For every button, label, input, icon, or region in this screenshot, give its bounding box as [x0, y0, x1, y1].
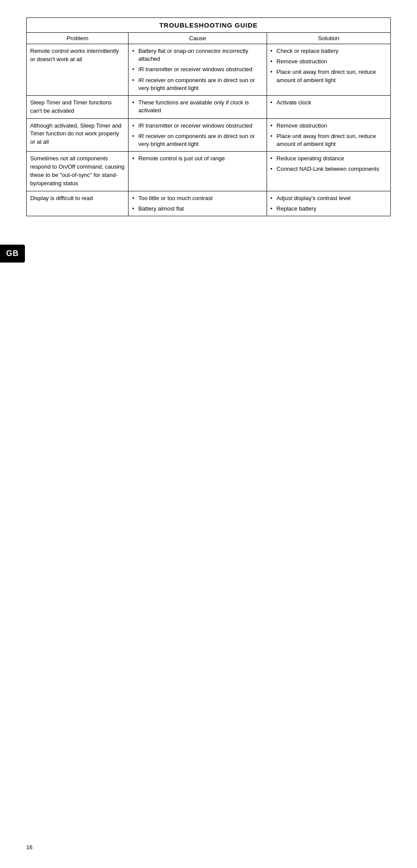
- list-item: •Battery almost flat: [132, 205, 263, 213]
- bullet-icon: •: [132, 205, 138, 213]
- list-item: •Remove obstruction: [271, 122, 387, 130]
- list-item: •IR receiver on components are in direct…: [132, 76, 263, 92]
- bullet-icon: •: [132, 47, 138, 55]
- bullet-icon: •: [271, 132, 277, 140]
- list-item: •Reduce operating distance: [271, 155, 387, 163]
- cell-cause: •These functions are available only if c…: [129, 95, 267, 118]
- table-row: Sometimes not all components respond to …: [27, 152, 390, 191]
- bullet-icon: •: [132, 99, 138, 107]
- list-item: •Place unit away from direct sun, reduce…: [271, 68, 387, 84]
- table-row: Although activated, Sleep Timer and Time…: [27, 118, 390, 152]
- list-item: •IR transmitter or receiver windows obst…: [132, 66, 263, 73]
- bullet-icon: •: [271, 155, 277, 163]
- cell-cause: •Too little or too much contrast•Battery…: [129, 191, 267, 216]
- table-row: Display is difficult to read•Too little …: [27, 191, 390, 216]
- bullet-icon: •: [271, 58, 277, 66]
- bullet-icon: •: [271, 122, 277, 130]
- cell-solution: •Activate clock: [267, 95, 390, 118]
- cell-solution: •Check or replace battery•Remove obstruc…: [267, 44, 390, 96]
- cell-problem: Although activated, Sleep Timer and Time…: [27, 118, 129, 152]
- bullet-icon: •: [271, 99, 277, 107]
- bullet-icon: •: [132, 194, 138, 202]
- list-item: •These functions are available only if c…: [132, 99, 263, 114]
- cell-cause: •Remote control is just out of range: [129, 152, 267, 191]
- bullet-icon: •: [132, 155, 138, 163]
- header-solution: Solution: [267, 33, 390, 44]
- bullet-icon: •: [271, 165, 277, 173]
- list-item: •IR receiver on components are in direct…: [132, 132, 263, 148]
- bullet-icon: •: [271, 47, 277, 55]
- page-number: 16: [26, 844, 32, 851]
- bullet-icon: •: [132, 66, 138, 73]
- bullet-icon: •: [132, 132, 138, 140]
- table-header-row: Problem Cause Solution: [27, 33, 390, 44]
- cell-solution: •Adjust display's contrast level•Replace…: [267, 191, 390, 216]
- list-item: •Remote control is just out of range: [132, 155, 263, 163]
- troubleshooting-table-wrapper: TROUBLESHOOTING GUIDE Problem Cause Solu…: [26, 17, 391, 216]
- list-item: •Place unit away from direct sun, reduce…: [271, 132, 387, 148]
- header-cause: Cause: [129, 33, 267, 44]
- table-row: Sleep Timer and Timer functions can't be…: [27, 95, 390, 118]
- list-item: •Remove obstruction: [271, 58, 387, 66]
- gb-badge: GB: [0, 245, 25, 263]
- cell-cause: •Battery flat or snap-on connector incor…: [129, 44, 267, 96]
- list-item: •Battery flat or snap-on connector incor…: [132, 47, 263, 63]
- header-problem: Problem: [27, 33, 129, 44]
- cell-cause: •IR transmitter or receiver windows obst…: [129, 118, 267, 152]
- list-item: •Connect NAD-Link between components: [271, 165, 387, 173]
- list-item: •Replace battery: [271, 205, 387, 213]
- cell-solution: •Reduce operating distance•Connect NAD-L…: [267, 152, 390, 191]
- cell-problem: Sleep Timer and Timer functions can't be…: [27, 95, 129, 118]
- list-item: •Check or replace battery: [271, 47, 387, 55]
- list-item: •Adjust display's contrast level: [271, 194, 387, 202]
- bullet-icon: •: [132, 76, 138, 84]
- list-item: •Too little or too much contrast: [132, 194, 263, 202]
- troubleshooting-table: Problem Cause Solution Remote control wo…: [27, 33, 390, 216]
- page-container: TROUBLESHOOTING GUIDE Problem Cause Solu…: [0, 0, 417, 234]
- table-row: Remote control works intermittently or d…: [27, 44, 390, 96]
- cell-problem: Remote control works intermittently or d…: [27, 44, 129, 96]
- bullet-icon: •: [271, 205, 277, 213]
- bullet-icon: •: [132, 122, 138, 130]
- list-item: •IR transmitter or receiver windows obst…: [132, 122, 263, 130]
- list-item: •Activate clock: [271, 99, 387, 107]
- cell-problem: Display is difficult to read: [27, 191, 129, 216]
- cell-problem: Sometimes not all components respond to …: [27, 152, 129, 191]
- table-title: TROUBLESHOOTING GUIDE: [27, 18, 390, 33]
- bullet-icon: •: [271, 68, 277, 76]
- cell-solution: •Remove obstruction•Place unit away from…: [267, 118, 390, 152]
- bullet-icon: •: [271, 194, 277, 202]
